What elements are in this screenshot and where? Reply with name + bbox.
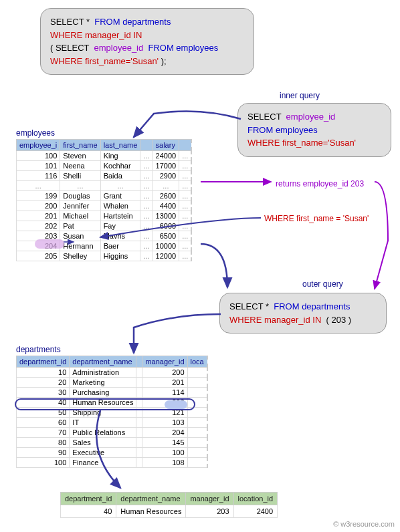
table-row: 90Executive100 <box>17 448 207 458</box>
table-row: 201MichaelHartstein...13000... <box>17 211 192 221</box>
col-header: manager_id <box>142 356 187 368</box>
col-header: loca <box>187 356 207 368</box>
table-row: 101NeenaKochhar...17000... <box>17 161 192 171</box>
iq-select: SELECT <box>247 112 281 122</box>
table-row: .................. <box>17 181 192 191</box>
departments-table: department_iddepartment_namemanager_idlo… <box>16 356 208 468</box>
col-header: last_name <box>100 140 140 151</box>
row-circle-40 <box>15 398 195 410</box>
col-header <box>136 356 142 368</box>
result-table: department_iddepartment_namemanager_idlo… <box>60 492 278 518</box>
col-header: department_id <box>17 356 70 368</box>
col-header: department_name <box>116 493 186 505</box>
employees-title: employees <box>16 128 55 138</box>
oq-select: SELECT * <box>229 301 269 311</box>
sql-from2: FROM employees <box>148 43 218 53</box>
outer-query-box: SELECT * FROM departments WHERE manager_… <box>219 293 387 334</box>
table-row: 199DouglasGrant...2600... <box>17 191 192 201</box>
sql-where: WHERE manager_id IN <box>50 30 142 40</box>
sql-col: employee_id <box>94 43 144 53</box>
table-row: 205ShelleyHiggins...12000... <box>17 251 192 261</box>
col-header: location_id <box>233 493 278 505</box>
table-row: 10Administration200 <box>17 368 207 378</box>
col-header: employee_i <box>17 140 60 151</box>
table-row: 100Finance108 <box>17 458 207 468</box>
oq-val: ( 203 ) <box>326 315 352 325</box>
sql-keyword: SELECT * <box>50 17 90 27</box>
table-row: 70Public Relations204 <box>17 428 207 438</box>
sql-open: ( SELECT <box>50 43 89 53</box>
sql-from: FROM departments <box>94 17 171 27</box>
table-row: 202PatFay...6000... <box>17 221 192 231</box>
col-header: first_name <box>60 140 100 151</box>
col-header: salary <box>153 140 179 151</box>
col-header: department_name <box>70 356 136 368</box>
departments-title: departments <box>16 345 61 354</box>
col-header: manager_id <box>186 493 233 505</box>
returns-label: returns employee_id 203 <box>276 179 364 188</box>
table-row: 30Purchasing114 <box>17 388 207 398</box>
watermark: © w3resource.com <box>333 520 395 528</box>
where-first-label: WHERE first_name = 'Susan' <box>264 214 369 223</box>
outer-query-label: outer query <box>302 279 343 289</box>
table-row: 80Sales145 <box>17 438 207 448</box>
sql-close: ); <box>159 56 167 66</box>
table-row: 116ShelliBaida...2900... <box>17 171 192 181</box>
main-query-box: SELECT * FROM departments WHERE manager_… <box>40 8 254 75</box>
table-row: 200JenniferWhalen...4400... <box>17 201 192 211</box>
iq-where: WHERE first_name='Susan' <box>247 138 356 148</box>
highlight-203-susan <box>35 239 64 249</box>
table-row: 60IT103 <box>17 418 207 428</box>
table-row: 100StevenKing...24000... <box>17 151 192 161</box>
table-row: 20Marketing201 <box>17 378 207 388</box>
oq-from: FROM departments <box>274 301 350 311</box>
iq-from: FROM employees <box>247 125 318 135</box>
inner-query-label: inner query <box>280 91 320 100</box>
sql-where2: WHERE first_name='Susan' <box>50 56 159 66</box>
iq-col: employee_id <box>286 112 336 122</box>
col-header <box>140 140 153 151</box>
inner-query-box: SELECT employee_id FROM employees WHERE … <box>237 103 391 157</box>
col-header: department_id <box>61 493 116 505</box>
oq-where: WHERE manager_id IN <box>229 315 321 325</box>
